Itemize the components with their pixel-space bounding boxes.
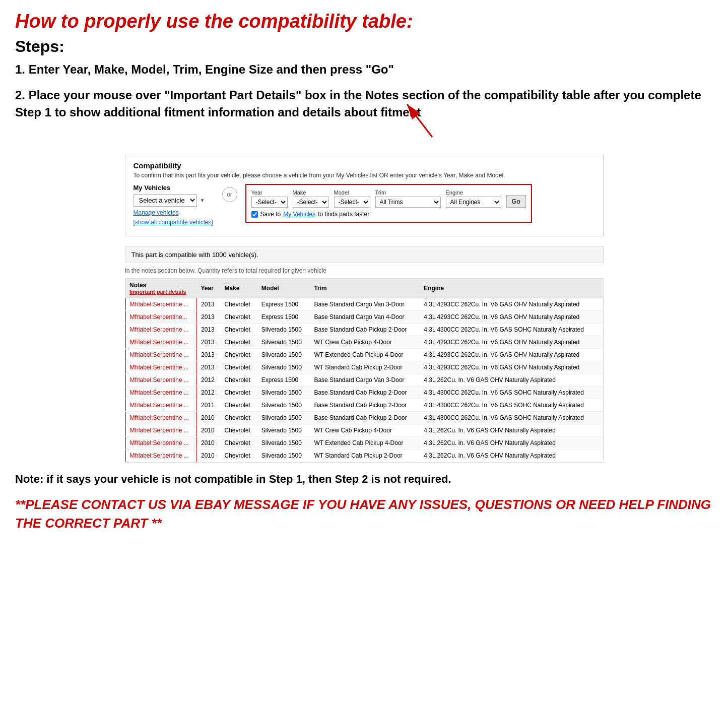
cell-trim: WT Extended Cab Pickup 4-Door: [310, 437, 420, 450]
notes-cell[interactable]: Mfrlabel:Serpentine ...: [125, 349, 197, 361]
step2-text: 2. Place your mouse over "Important Part…: [15, 87, 713, 120]
table-row: Mfrlabel:Serpentine ...2010ChevroletSilv…: [125, 437, 603, 450]
cell-model: Silverado 1500: [257, 437, 310, 450]
compat-note: In the notes section below, Quantity ref…: [125, 266, 604, 275]
my-vehicles-link[interactable]: My Vehicles: [283, 211, 315, 218]
make-select[interactable]: -Select-: [293, 197, 329, 208]
cell-make: Chevrolet: [221, 387, 257, 399]
my-vehicles-section: My Vehicles Select a vehicle ▼ Manage ve…: [134, 184, 214, 226]
col-make: Make: [221, 279, 257, 298]
cell-model: Silverado 1500: [257, 336, 310, 349]
important-part-details-link[interactable]: Important part details: [129, 289, 193, 295]
notes-cell[interactable]: Mfrlabel:Serpentine ...: [125, 437, 197, 450]
cell-trim: WT Standard Cab Pickup 2-Door: [310, 450, 420, 462]
cell-make: Chevrolet: [221, 374, 257, 387]
cell-year: 2012: [197, 374, 221, 387]
cell-engine: 4.3L 4293CC 262Cu. In. V6 GAS OHV Natura…: [420, 298, 603, 311]
cell-make: Chevrolet: [221, 311, 257, 324]
cell-trim: WT Crew Cab Pickup 4-Door: [310, 336, 420, 349]
ymm-section: Year -Select- Make -Select- Model -Selec…: [245, 184, 532, 223]
notes-cell[interactable]: Mfrlabel:Serpentine ...: [125, 412, 197, 424]
save-checkbox-row: Save to My Vehicles to finds parts faste…: [251, 211, 526, 218]
cell-trim: Base Standard Cargo Van 3-Door: [310, 298, 420, 311]
cell-model: Silverado 1500: [257, 387, 310, 399]
cell-year: 2013: [197, 336, 221, 349]
cell-year: 2011: [197, 399, 221, 412]
save-text: Save to: [260, 211, 281, 218]
engine-select[interactable]: All Engines: [446, 197, 501, 208]
cell-engine: 4.3L 4300CC 262Cu. In. V6 GAS SOHC Natur…: [420, 412, 603, 424]
col-notes: Notes Important part details: [125, 279, 197, 298]
notes-cell[interactable]: Mfrlabel:Serpentine ...: [125, 424, 197, 437]
year-select[interactable]: -Select-: [251, 197, 288, 208]
cell-model: Silverado 1500: [257, 399, 310, 412]
steps-heading: Steps:: [15, 37, 713, 56]
cell-engine: 4.3L 4300CC 262Cu. In. V6 GAS SOHC Natur…: [420, 399, 603, 412]
notes-cell[interactable]: Mfrlabel:Serpentine...: [125, 311, 197, 324]
model-select[interactable]: -Select-: [334, 197, 370, 208]
cell-year: 2012: [197, 387, 221, 399]
notes-cell[interactable]: Mfrlabel:Serpentine ...: [125, 450, 197, 462]
vehicle-select[interactable]: Select a vehicle: [134, 194, 197, 207]
table-row: Mfrlabel:Serpentine ...2013ChevroletExpr…: [125, 298, 603, 311]
manage-vehicles-link[interactable]: Manage vehicles: [134, 209, 214, 216]
cell-model: Express 1500: [257, 374, 310, 387]
engine-label: Engine: [446, 189, 501, 196]
show-all-link[interactable]: [show all compatible vehicles]: [134, 219, 214, 226]
year-label: Year: [251, 189, 288, 196]
trim-label: Trim: [375, 189, 441, 196]
col-year: Year: [197, 279, 221, 298]
note-section: Note: if it says your vehicle is not com…: [15, 472, 713, 487]
notes-cell[interactable]: Mfrlabel:Serpentine ...: [125, 374, 197, 387]
cell-trim: WT Extended Cab Pickup 4-Door: [310, 349, 420, 361]
col-trim: Trim: [310, 279, 420, 298]
notes-cell[interactable]: Mfrlabel:Serpentine ...: [125, 336, 197, 349]
compatibility-table: Notes Important part details Year Make M…: [125, 279, 603, 462]
save-suffix: to finds parts faster: [318, 211, 369, 218]
cell-trim: Base Standard Cab Pickup 2-Door: [310, 324, 420, 336]
table-row: Mfrlabel:Serpentine ...2010ChevroletSilv…: [125, 424, 603, 437]
cell-trim: Base Standard Cab Pickup 2-Door: [310, 399, 420, 412]
cell-trim: WT Standard Cab Pickup 2-Door: [310, 361, 420, 374]
notes-cell[interactable]: Mfrlabel:Serpentine ...: [125, 399, 197, 412]
compatibility-widget: Compatibility To confirm that this part …: [125, 155, 604, 236]
go-button[interactable]: Go: [506, 195, 526, 208]
table-row: Mfrlabel:Serpentine ...2013ChevroletSilv…: [125, 361, 603, 374]
cell-year: 2013: [197, 324, 221, 336]
or-divider: or: [222, 187, 237, 202]
cell-engine: 4.3L 4293CC 262Cu. In. V6 GAS OHV Natura…: [420, 336, 603, 349]
cell-model: Express 1500: [257, 298, 310, 311]
dropdown-arrow-icon: ▼: [200, 198, 205, 203]
cell-engine: 4.3L 4293CC 262Cu. In. V6 GAS OHV Natura…: [420, 349, 603, 361]
cell-model: Express 1500: [257, 311, 310, 324]
cell-engine: 4.3L 4293CC 262Cu. In. V6 GAS OHV Natura…: [420, 361, 603, 374]
model-label: Model: [334, 189, 370, 196]
cell-engine: 4.3L 4300CC 262Cu. In. V6 GAS SOHC Natur…: [420, 324, 603, 336]
cell-make: Chevrolet: [221, 336, 257, 349]
cell-make: Chevrolet: [221, 437, 257, 450]
cell-model: Silverado 1500: [257, 450, 310, 462]
cell-engine: 4.3L 262Cu. In. V6 GAS OHV Naturally Asp…: [420, 374, 603, 387]
table-row: Mfrlabel:Serpentine ...2010ChevroletSilv…: [125, 450, 603, 462]
col-model: Model: [257, 279, 310, 298]
cell-make: Chevrolet: [221, 399, 257, 412]
cell-engine: 4.3L 4300CC 262Cu. In. V6 GAS SOHC Natur…: [420, 387, 603, 399]
table-row: Mfrlabel:Serpentine ...2010ChevroletSilv…: [125, 412, 603, 424]
save-checkbox[interactable]: [251, 211, 258, 218]
cell-model: Silverado 1500: [257, 412, 310, 424]
cell-make: Chevrolet: [221, 424, 257, 437]
notes-cell[interactable]: Mfrlabel:Serpentine ...: [125, 324, 197, 336]
my-vehicles-label: My Vehicles: [134, 184, 214, 192]
cell-trim: WT Crew Cab Pickup 4-Door: [310, 424, 420, 437]
table-row: Mfrlabel:Serpentine ...2013ChevroletSilv…: [125, 324, 603, 336]
cell-trim: Base Standard Cab Pickup 2-Door: [310, 387, 420, 399]
cell-make: Chevrolet: [221, 412, 257, 424]
arrow-indicator: [402, 99, 503, 140]
notes-cell[interactable]: Mfrlabel:Serpentine ...: [125, 361, 197, 374]
notes-cell[interactable]: Mfrlabel:Serpentine ...: [125, 298, 197, 311]
notes-cell[interactable]: Mfrlabel:Serpentine ...: [125, 387, 197, 399]
cell-model: Silverado 1500: [257, 349, 310, 361]
cell-make: Chevrolet: [221, 450, 257, 462]
trim-select[interactable]: All Trims: [375, 197, 441, 208]
col-engine: Engine: [420, 279, 603, 298]
